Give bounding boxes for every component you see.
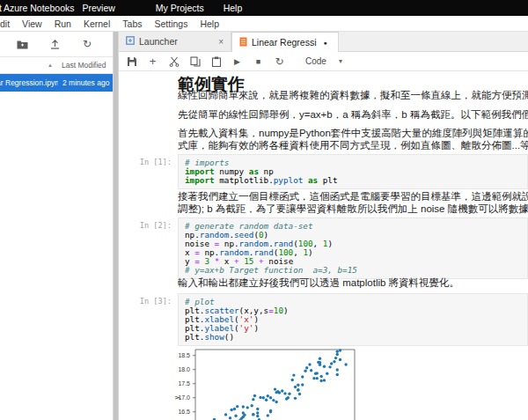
file-list-header: ▲ Last Modified	[0, 56, 113, 74]
nav-my-projects[interactable]: My Projects	[156, 3, 204, 13]
copy-icon[interactable]	[189, 55, 201, 68]
nav-help[interactable]: Help	[224, 3, 243, 13]
last-modified-column-header[interactable]: Last Modified	[58, 61, 113, 70]
file-browser-sidebar: ↻ ▲ Last Modified Linear Regression.ipyn…	[0, 32, 113, 420]
tab-launcher[interactable]: Launcher ×	[119, 32, 231, 51]
input-prompt: In [1]:	[119, 158, 172, 166]
menu-view[interactable]: View	[16, 18, 48, 29]
notebook-content: 範例實作 線性回歸簡單來說，就是將複雜的資料數據，擬和至一條直線上，就能方便預測…	[119, 71, 528, 420]
menu-tabs[interactable]: Tabs	[116, 18, 148, 29]
tab-bar: Launcher × Linear Regressi ●	[119, 32, 528, 52]
menu-kernel[interactable]: Kernel	[77, 18, 116, 29]
file-name: Linear Regression.ipynb	[0, 78, 58, 87]
notebook-toolbar: + ▶ ■ ↻ Code ▾	[119, 52, 528, 71]
svg-text:y: y	[172, 396, 180, 400]
panel-splitter[interactable]	[113, 32, 119, 420]
file-browser-toolbar: ↻	[0, 32, 113, 56]
unsaved-changes-dot: ●	[324, 40, 327, 46]
upload-icon[interactable]	[48, 38, 61, 50]
refresh-icon[interactable]: ↻	[81, 38, 93, 50]
menu-help[interactable]: Help	[194, 18, 225, 29]
cut-icon[interactable]	[168, 55, 180, 68]
svg-text:17.5: 17.5	[178, 380, 190, 387]
main-dock-panel: Launcher × Linear Regressi ● + ▶ ■ ↻ Cod…	[119, 32, 528, 420]
input-prompt: In [3]:	[119, 297, 172, 306]
svg-text:16.5: 16.5	[178, 409, 190, 415]
markdown-paragraph-line: 式庫，能夠有效的將各種資料使用不同方式呈現，例如直條圖、離散分佈圖...等	[178, 140, 528, 152]
output-figure: 18.518.017.517.016.5y	[172, 343, 409, 420]
chevron-down-icon: ▾	[339, 57, 342, 65]
notebook-icon	[239, 37, 247, 48]
brand-clipped-text: t	[0, 3, 2, 13]
save-icon[interactable]	[126, 55, 137, 68]
scatter-plot: 18.518.017.517.016.5y	[172, 343, 409, 420]
paste-icon[interactable]	[210, 55, 222, 68]
markdown-paragraph: 輸入和輸出都建立好後我們可以透過 matplotlib 將資料視覺化。	[178, 277, 528, 290]
new-folder-icon[interactable]	[16, 38, 28, 50]
code-cell-editor[interactable]: # plotplt.scatter(x,y,s=10)plt.xlabel('x…	[178, 293, 528, 346]
markdown-paragraph: 先從簡單的線性回歸舉例，y=ax+b，a 稱為斜率，b 稱為截距。以下範例我們假…	[178, 109, 528, 122]
add-cell-icon[interactable]: +	[147, 55, 158, 68]
markdown-paragraph-line: 調整); b 為截距，為了要讓學習資料離散所以我們加上 noise 隨機數可以將…	[178, 203, 528, 216]
svg-text:18.0: 18.0	[178, 366, 190, 372]
code-cell-editor[interactable]: # importsimport numpy as npimport matplo…	[178, 154, 528, 189]
name-column-sort-icon[interactable]: ▲	[0, 63, 58, 68]
app-top-bar: t Azure Notebooks Preview My Projects He…	[0, 0, 528, 16]
file-row-selected[interactable]: Linear Regression.ipynb 2 minutes ago	[0, 74, 113, 92]
close-tab-icon[interactable]: ×	[218, 37, 224, 47]
stop-icon[interactable]: ■	[253, 55, 264, 68]
markdown-paragraph-line: 接著我們建立一個目標函式，這個函式是電腦要學習的目標基準，這邊範例就設定一個單線…	[178, 191, 528, 203]
launcher-icon	[126, 36, 135, 47]
run-icon[interactable]: ▶	[231, 55, 243, 68]
preview-badge: Preview	[82, 3, 114, 13]
restart-kernel-icon[interactable]: ↻	[274, 55, 285, 68]
code-cell-editor[interactable]: # generate random data-setnp.random.seed…	[178, 217, 528, 279]
menu-edit[interactable]: Edit	[0, 18, 16, 29]
menu-run[interactable]: Run	[48, 18, 77, 29]
tab-label: Launcher	[139, 36, 178, 47]
cell-type-value: Code	[305, 56, 326, 66]
tab-linear-regression[interactable]: Linear Regressi ●	[231, 32, 339, 52]
markdown-paragraph-line: 首先載入資料集，numpy是Python套件中支援高階大量的維度陣列與矩陣運算的…	[178, 128, 528, 140]
cell-type-dropdown[interactable]: Code ▾	[305, 56, 342, 66]
menu-settings[interactable]: Settings	[148, 18, 194, 29]
tab-label: Linear Regressi	[252, 37, 317, 48]
file-modified-time: 2 minutes ago	[58, 78, 113, 87]
svg-text:18.5: 18.5	[178, 352, 190, 358]
menu-bar: Edit View Run Kernel Tabs Settings Help	[0, 16, 528, 32]
brand-title: Azure Notebooks	[4, 3, 75, 13]
markdown-paragraph: 線性回歸簡單來說，就是將複雜的資料數據，擬和至一條直線上，就能方便預測未來的資料…	[178, 90, 528, 102]
input-prompt: In [2]:	[119, 221, 172, 230]
